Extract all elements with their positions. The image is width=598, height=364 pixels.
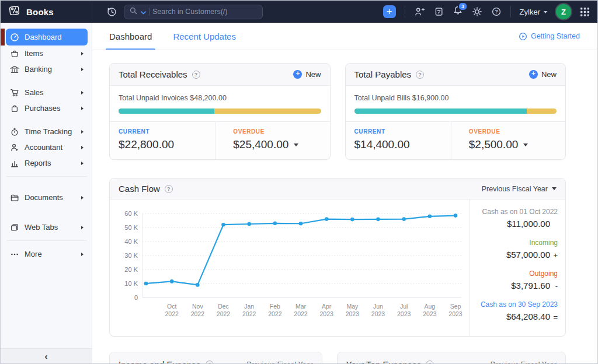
card-header: Income and Expense ? Previous Fiscal Yea… bbox=[110, 352, 322, 363]
closing-balance-row: Cash as on 30 Sep 2023 $64,208.40= bbox=[478, 300, 558, 321]
chevron-down-icon bbox=[294, 144, 298, 146]
sidebar-item-label: Sales bbox=[25, 88, 44, 97]
amounts-section: CURRENT $14,400.00 OVERDUE $2,500.00 bbox=[346, 121, 566, 159]
payables-current-segment bbox=[354, 108, 527, 114]
overdue-value-dropdown[interactable]: $25,400.00 bbox=[233, 138, 321, 151]
chevron-down-icon bbox=[552, 187, 557, 190]
cashflow-body: 010 K20 K30 K40 K50 K60 KOct2022Nov2022D… bbox=[110, 200, 565, 336]
sidebar-item-label: Documents bbox=[25, 193, 63, 202]
help-icon[interactable]: ? bbox=[165, 185, 173, 193]
new-invoice-button[interactable]: + New bbox=[293, 70, 321, 79]
tab-recent-updates[interactable]: Recent Updates bbox=[173, 23, 236, 50]
cashflow-summary-panel: Cash as on 01 Oct 2022 $11,000.00 Incomi… bbox=[470, 200, 565, 336]
bottom-cards-row: Income and Expense ? Previous Fiscal Yea… bbox=[109, 352, 566, 363]
new-button-label: New bbox=[305, 70, 321, 79]
card-body: Total Unpaid Invoices $48,200.00 bbox=[110, 86, 330, 121]
sidebar-item-items[interactable]: Items bbox=[6, 46, 88, 61]
payables-progress-bar bbox=[354, 108, 557, 114]
help-icon[interactable]: ? bbox=[192, 71, 200, 79]
unpaid-invoices-summary: Total Unpaid Invoices $48,200.00 bbox=[119, 94, 321, 102]
chevron-right-icon bbox=[81, 162, 84, 165]
new-bill-button[interactable]: + New bbox=[529, 70, 557, 79]
sidebar-item-reports[interactable]: Reports bbox=[6, 155, 88, 171]
quick-create-button[interactable]: + bbox=[383, 5, 396, 18]
help-icon[interactable]: ? bbox=[416, 71, 424, 79]
main-layout: Dashboard Items Banking bbox=[1, 23, 597, 363]
plus-icon: + bbox=[293, 70, 302, 79]
unpaid-bills-summary: Total Unpaid Bills $16,900.00 bbox=[354, 94, 557, 102]
apps-grid-icon[interactable] bbox=[580, 7, 590, 17]
sidebar-item-label: Web Tabs bbox=[25, 223, 58, 232]
sidebar-item-more[interactable]: More bbox=[6, 246, 88, 262]
getting-started-label: Getting Started bbox=[531, 32, 580, 40]
sidebar-item-accountant[interactable]: Accountant bbox=[6, 139, 88, 155]
recent-history-icon[interactable] bbox=[106, 6, 117, 18]
income-expense-card: Income and Expense ? Previous Fiscal Yea… bbox=[109, 352, 322, 363]
sidebar-item-label: Time Tracking bbox=[25, 127, 72, 136]
period-label[interactable]: Previous Fiscal Year bbox=[247, 360, 313, 364]
sidebar-item-sales[interactable]: Sales bbox=[6, 85, 88, 100]
overdue-amount-cell: OVERDUE $2,500.00 bbox=[451, 122, 565, 159]
period-label[interactable]: Previous Fiscal Year bbox=[491, 360, 557, 364]
bank-icon bbox=[10, 65, 19, 74]
svg-text:20 K: 20 K bbox=[124, 266, 138, 273]
overdue-amount-cell: OVERDUE $25,400.00 bbox=[215, 122, 329, 159]
tabbar: Dashboard Recent Updates Getting Started bbox=[92, 23, 597, 50]
web-tabs-icon bbox=[10, 223, 19, 232]
outgoing-label: Outgoing bbox=[478, 270, 558, 278]
search-input[interactable] bbox=[152, 8, 240, 16]
refer-user-icon[interactable] bbox=[414, 6, 425, 17]
overdue-value-dropdown[interactable]: $2,500.00 bbox=[469, 138, 557, 151]
svg-text:Jun: Jun bbox=[373, 303, 383, 310]
svg-text:Apr: Apr bbox=[322, 303, 332, 310]
getting-started-link[interactable]: Getting Started bbox=[519, 32, 580, 41]
help-icon[interactable]: ? bbox=[426, 360, 434, 364]
sidebar-item-purchases[interactable]: Purchases bbox=[6, 100, 88, 116]
settings-gear-icon[interactable] bbox=[472, 6, 482, 17]
notifications-bell[interactable]: 3 bbox=[453, 5, 463, 18]
org-name: Zylker bbox=[520, 8, 540, 16]
topbar-left bbox=[92, 5, 263, 19]
sidebar-item-dashboard[interactable]: Dashboard bbox=[6, 29, 88, 46]
sidebar-collapse-button[interactable]: ‹ bbox=[1, 348, 92, 363]
outgoing-row: Outgoing $3,791.60- bbox=[478, 270, 558, 290]
amounts-section: CURRENT $22,800.00 OVERDUE $25,400.00 bbox=[110, 121, 330, 159]
app-logo[interactable]: Books bbox=[1, 1, 92, 23]
svg-text:10 K: 10 K bbox=[124, 280, 138, 287]
cashflow-chart: 010 K20 K30 K40 K50 K60 KOct2022Nov2022D… bbox=[110, 200, 470, 336]
sidebar-item-time-tracking[interactable]: Time Tracking bbox=[6, 124, 88, 139]
topbar: Books bbox=[1, 1, 597, 23]
folder-icon bbox=[10, 193, 19, 202]
sidebar-item-documents[interactable]: Documents bbox=[6, 190, 88, 205]
dashboard-content: Total Receivables ? + New Total Unpaid I… bbox=[92, 50, 597, 363]
overdue-label: OVERDUE bbox=[233, 128, 321, 135]
fiscal-year-selector[interactable]: Previous Fiscal Year bbox=[482, 185, 557, 193]
main-content: Dashboard Recent Updates Getting Started… bbox=[92, 23, 597, 363]
sidebar-item-banking[interactable]: Banking bbox=[6, 61, 88, 77]
total-receivables-card: Total Receivables ? + New Total Unpaid I… bbox=[109, 63, 331, 160]
current-value: $14,400.00 bbox=[354, 138, 442, 151]
svg-text:?: ? bbox=[495, 9, 498, 15]
org-switcher[interactable]: Zylker bbox=[520, 8, 547, 16]
sidebar-item-label: Accountant bbox=[25, 143, 62, 152]
help-icon[interactable]: ? bbox=[206, 360, 214, 364]
help-icon[interactable]: ? bbox=[491, 6, 502, 17]
topbar-divider bbox=[405, 6, 405, 18]
svg-text:2022: 2022 bbox=[294, 310, 308, 317]
sidebar-item-web-tabs[interactable]: Web Tabs bbox=[6, 219, 88, 235]
svg-text:40 K: 40 K bbox=[124, 238, 138, 245]
tab-dashboard[interactable]: Dashboard bbox=[109, 23, 152, 50]
card-header: Total Receivables ? + New bbox=[110, 64, 330, 86]
user-avatar[interactable]: Z bbox=[556, 4, 571, 19]
overdue-value: $2,500.00 bbox=[469, 138, 519, 151]
current-amount-cell: CURRENT $22,800.00 bbox=[110, 122, 215, 159]
search-scope-chevron-icon[interactable] bbox=[141, 6, 146, 17]
items-icon bbox=[10, 49, 19, 58]
global-search[interactable] bbox=[124, 5, 263, 19]
opening-balance-value: $11,000.00 bbox=[507, 219, 550, 229]
dashboard-icon bbox=[10, 33, 19, 42]
closing-balance-link[interactable]: Cash as on 30 Sep 2023 bbox=[478, 300, 558, 309]
notepad-icon[interactable] bbox=[434, 6, 444, 17]
card-title: Total Receivables bbox=[119, 69, 187, 79]
left-edge-marker bbox=[1, 29, 5, 46]
